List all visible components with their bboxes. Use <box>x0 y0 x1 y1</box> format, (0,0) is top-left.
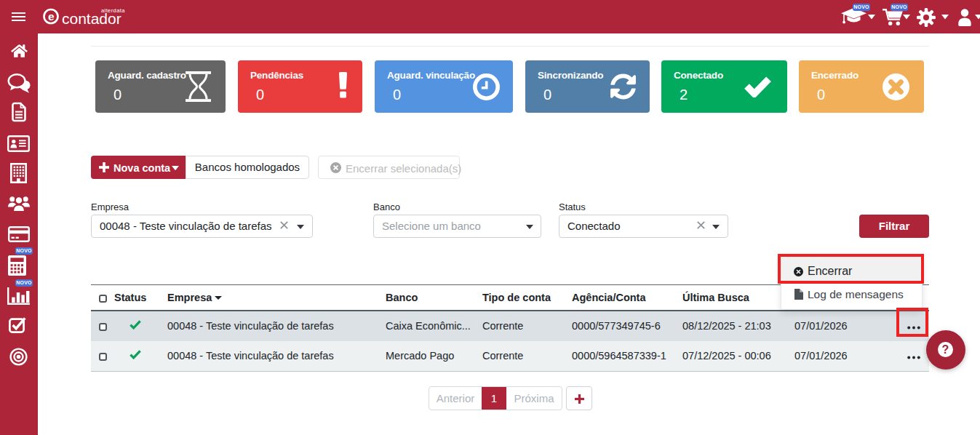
svg-text:e: e <box>48 10 55 23</box>
